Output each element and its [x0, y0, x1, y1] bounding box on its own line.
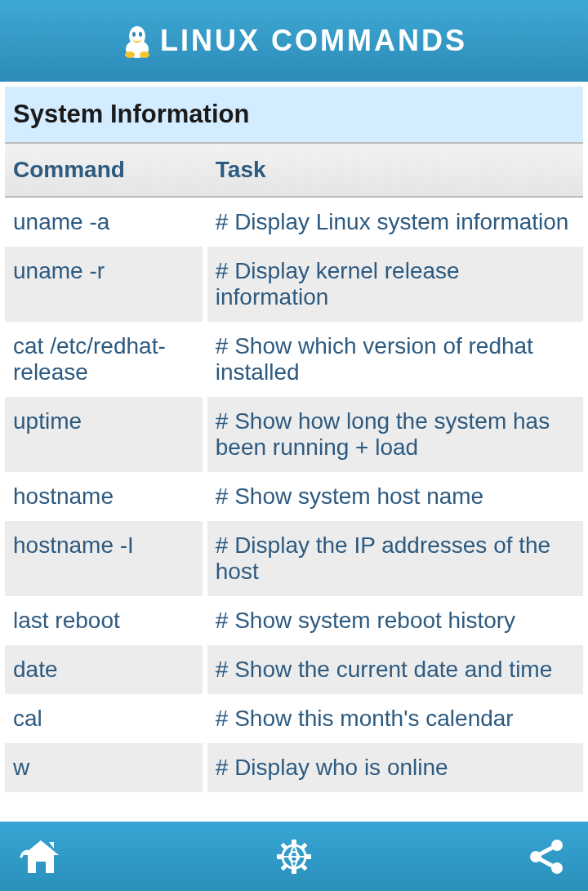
bottom-nav	[0, 822, 588, 891]
cell-command: hostname -I	[5, 521, 207, 596]
cell-command: w	[5, 743, 207, 792]
svg-line-20	[540, 848, 552, 854]
cell-command: cal	[5, 694, 207, 743]
table-row: hostname# Show system host name	[5, 472, 583, 521]
svg-point-17	[551, 840, 563, 851]
svg-point-19	[551, 862, 563, 874]
cell-task: # Display kernel release information	[207, 247, 583, 322]
cell-command: last reboot	[5, 596, 207, 645]
gear-globe-icon	[275, 838, 313, 875]
table-header-row: Command Task	[5, 142, 583, 198]
cell-command: uptime	[5, 397, 207, 472]
cell-task: # Show the current date and time	[207, 645, 583, 694]
cell-command: hostname	[5, 472, 207, 521]
header-bar: LINUX COMMANDS	[0, 0, 588, 82]
column-header-task: Task	[207, 142, 583, 198]
settings-button[interactable]	[273, 835, 315, 878]
cell-command: uname -r	[5, 247, 207, 322]
table-row: last reboot# Show system reboot history	[5, 596, 583, 645]
cell-command: cat /etc/redhat-release	[5, 322, 207, 397]
table-row: cat /etc/redhat-release# Show which vers…	[5, 322, 583, 397]
commands-table: Command Task uname -a# Display Linux sys…	[5, 142, 583, 792]
cell-task: # Show system host name	[207, 472, 583, 521]
share-button[interactable]	[526, 835, 568, 878]
page-title: LINUX COMMANDS	[160, 24, 467, 58]
share-icon	[528, 837, 567, 876]
svg-point-2	[132, 32, 136, 37]
svg-point-3	[139, 32, 142, 37]
cell-task: # Show this month's calendar	[207, 694, 583, 743]
linux-icon	[121, 23, 154, 59]
cell-task: # Show how long the system has been runn…	[207, 397, 583, 472]
home-button[interactable]	[20, 835, 62, 878]
table-row: uptime# Show how long the system has bee…	[5, 397, 583, 472]
table-row: hostname -I# Display the IP addresses of…	[5, 521, 583, 596]
table-row: date# Show the current date and time	[5, 645, 583, 694]
svg-point-4	[125, 51, 135, 58]
table-row: uname -r# Display kernel release informa…	[5, 247, 583, 322]
svg-rect-9	[292, 840, 296, 846]
cell-task: # Display the IP addresses of the host	[207, 521, 583, 596]
svg-point-5	[140, 51, 149, 58]
cell-task: # Display Linux system information	[207, 198, 583, 247]
svg-rect-10	[292, 867, 296, 874]
cell-task: # Show which version of redhat installed	[207, 322, 583, 397]
section-title: System Information	[5, 87, 583, 142]
svg-rect-12	[305, 854, 311, 859]
home-icon	[20, 837, 62, 876]
table-row: w# Display who is online	[5, 743, 583, 792]
cell-command: date	[5, 645, 207, 694]
svg-rect-11	[277, 854, 283, 859]
cell-command: uname -a	[5, 198, 207, 247]
svg-line-21	[540, 859, 552, 866]
cell-task: # Display who is online	[207, 743, 583, 792]
column-header-command: Command	[5, 142, 207, 198]
table-row: uname -a# Display Linux system informati…	[5, 198, 583, 247]
table-row: cal# Show this month's calendar	[5, 694, 583, 743]
content-area: System Information Command Task uname -a…	[0, 82, 588, 822]
cell-task: # Show system reboot history	[207, 596, 583, 645]
